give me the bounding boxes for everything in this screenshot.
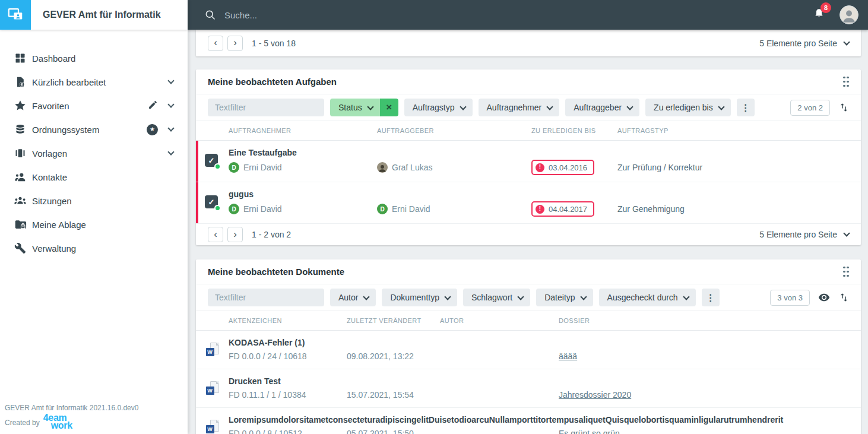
overdue-stripe — [196, 182, 198, 223]
prev-page-button[interactable]: ‹ — [208, 36, 223, 51]
aufgaben-title: Meine beobachteten Aufgaben — [208, 77, 337, 87]
next-page-button[interactable]: › — [227, 227, 243, 242]
due-date-pill: ! 04.04.2017 — [531, 201, 594, 217]
chevron-down-icon — [843, 39, 850, 45]
filter-chip-auftragnehmer[interactable]: Auftragnehmer — [479, 99, 560, 116]
watch-button[interactable] — [818, 292, 830, 303]
reference-number: FD 0.0.0 / 24 / 10618 — [229, 349, 347, 363]
chevron-down-icon — [718, 103, 724, 110]
dokumente-textfilter-input[interactable] — [208, 289, 324, 306]
sort-button[interactable] — [838, 102, 849, 113]
per-page-select[interactable]: 5 Elemente pro Seite — [759, 230, 849, 239]
kebab-icon: ⋮ — [741, 102, 750, 113]
notifications-button[interactable]: 8 — [813, 7, 825, 23]
4teamwork-logo[interactable]: 4eam work — [43, 414, 72, 429]
sidebar-footer: GEVER Amt für Informatik 2021.16.0.dev0 … — [5, 404, 138, 429]
database-icon — [13, 122, 27, 137]
task-title: gugus — [229, 188, 849, 201]
task-state-dot — [214, 163, 221, 170]
dashboard-icon — [13, 51, 27, 65]
more-filters-button[interactable]: ⋮ — [737, 99, 755, 116]
sidebar-item-sitzungen[interactable]: Sitzungen — [0, 189, 188, 213]
topbar: 8 — [188, 0, 868, 30]
sidebar-item-vorlagen[interactable]: Vorlagen — [0, 141, 188, 165]
dossier-link[interactable]: ääää — [559, 351, 577, 361]
overdue-stripe — [196, 141, 198, 182]
created-by-label: Created by — [5, 419, 40, 427]
task-type: Zur Prüfung / Korrektur — [617, 160, 849, 175]
person-icon — [841, 7, 857, 24]
star-icon — [13, 99, 27, 113]
wrench-icon — [13, 241, 27, 255]
word-document-icon: W — [206, 343, 219, 357]
clear-filter-icon[interactable]: × — [380, 99, 398, 116]
dokumente-filter-bar: Autor Dokumenttyp Schlagwort Dateityp Au… — [196, 284, 861, 311]
edit-favorites-icon[interactable] — [148, 100, 158, 112]
app-logo[interactable] — [0, 0, 31, 30]
filter-chip-auftraggeber[interactable]: Auftraggeber — [565, 99, 639, 116]
sidebar-item-kontakte[interactable]: Kontakte — [0, 165, 188, 189]
author-cell — [440, 426, 559, 434]
chevron-down-icon — [546, 103, 553, 110]
sidebar-item-favoriten[interactable]: Favoriten — [0, 94, 188, 118]
reference-number: FD 0.0.0 / 8 / 10512 — [229, 426, 347, 434]
chevron-down-icon — [843, 230, 850, 236]
task-icon: ✓ — [205, 154, 220, 169]
task-title: Eine Testaufgabe — [229, 147, 849, 159]
sidebar-item-dashboard[interactable]: Dashboard — [0, 46, 188, 70]
table-row[interactable]: W Drucken Test FD 0.11.1 / 1 / 10384 15.… — [196, 369, 861, 407]
aufgaben-textfilter-input[interactable] — [208, 99, 324, 116]
filter-chip-auftragstyp[interactable]: Auftragstyp — [404, 99, 473, 116]
due-date-cell: ! 03.04.2016 — [531, 160, 617, 175]
eye-icon — [818, 292, 830, 303]
sort-button[interactable] — [838, 292, 849, 303]
top-pagination: ‹ › 1 - 5 von 18 5 Elemente pro Seite — [196, 30, 861, 56]
sidebar-item-meine-ablage[interactable]: Meine Ablage — [0, 213, 188, 236]
dokumente-card: Meine beobachteten Dokumente Autor Dokum… — [196, 259, 861, 434]
avatar-initial: D — [229, 162, 239, 173]
document-title: KODASA-Fehler (1) — [229, 337, 849, 349]
task-issuer: Graf Lukas — [377, 160, 531, 175]
filter-chip-schlagwort[interactable]: Schlagwort — [463, 289, 530, 306]
dossier-link[interactable]: Es grünt so grün — [559, 429, 620, 434]
page-range: 1 - 2 von 2 — [252, 230, 291, 239]
table-row[interactable]: ✓ gugus D Erni David D Erni David ! 04.0… — [196, 182, 861, 223]
chevron-down-icon[interactable] — [167, 125, 174, 131]
sidebar-item-verwaltung[interactable]: Verwaltung — [0, 236, 188, 260]
chevron-down-icon[interactable] — [167, 77, 174, 84]
due-date-cell: ! 04.04.2017 — [531, 201, 617, 217]
aufgaben-count-badge: 2 von 2 — [790, 100, 830, 116]
search-input[interactable] — [224, 10, 474, 20]
filter-chip-ausgecheckt-durch[interactable]: Ausgecheckt durch — [599, 289, 696, 306]
overdue-icon: ! — [536, 205, 544, 214]
next-page-button[interactable]: › — [227, 36, 243, 51]
filter-chip-dokumenttyp[interactable]: Dokumenttyp — [382, 289, 457, 306]
prev-page-button[interactable]: ‹ — [208, 227, 223, 242]
filter-chip-status-active[interactable]: Status × — [330, 99, 398, 116]
chevron-down-icon[interactable] — [167, 148, 174, 155]
drag-handle-icon[interactable] — [843, 267, 849, 277]
sidebar-header: GEVER Amt für Informatik — [0, 0, 188, 30]
table-row[interactable]: W Loremipsumdolorsitametconsecteturadipi… — [196, 407, 861, 434]
drag-handle-icon[interactable] — [843, 77, 849, 87]
aufgaben-card: Meine beobachteten Aufgaben Status × Auf… — [196, 69, 861, 245]
more-filters-button[interactable]: ⋮ — [702, 289, 720, 306]
filter-chip-autor[interactable]: Autor — [330, 289, 376, 306]
dokumente-count-badge: 3 von 3 — [770, 290, 810, 306]
chevron-down-icon — [683, 293, 689, 300]
dossier-link[interactable]: Jahresdossier 2020 — [559, 390, 631, 400]
chevron-down-icon — [518, 293, 524, 300]
author-cell — [440, 387, 559, 402]
table-row[interactable]: ✓ Eine Testaufgabe D Erni David Graf Luk… — [196, 141, 861, 182]
task-assignee: D Erni David — [229, 160, 377, 175]
per-page-select[interactable]: 5 Elemente pro Seite — [759, 39, 849, 48]
filter-chip-dateityp[interactable]: Dateityp — [536, 289, 593, 306]
chevron-down-icon[interactable] — [167, 101, 174, 107]
dokumente-table-header: AKTENZEICHEN ZULETZT VERÄNDERT AUTOR DOS… — [196, 311, 861, 331]
filter-chip-zu-erledigen-bis[interactable]: Zu erledigen bis — [645, 99, 731, 116]
favorite-badge-icon[interactable]: ★ — [147, 124, 158, 135]
user-avatar[interactable] — [840, 5, 859, 24]
sidebar-item-ordnungssystem[interactable]: Ordnungssystem ★ — [0, 118, 188, 141]
table-row[interactable]: W KODASA-Fehler (1) FD 0.0.0 / 24 / 1061… — [196, 331, 861, 369]
sidebar-item-kuerzlich-bearbeitet[interactable]: Kürzlich bearbeitet — [0, 70, 188, 94]
